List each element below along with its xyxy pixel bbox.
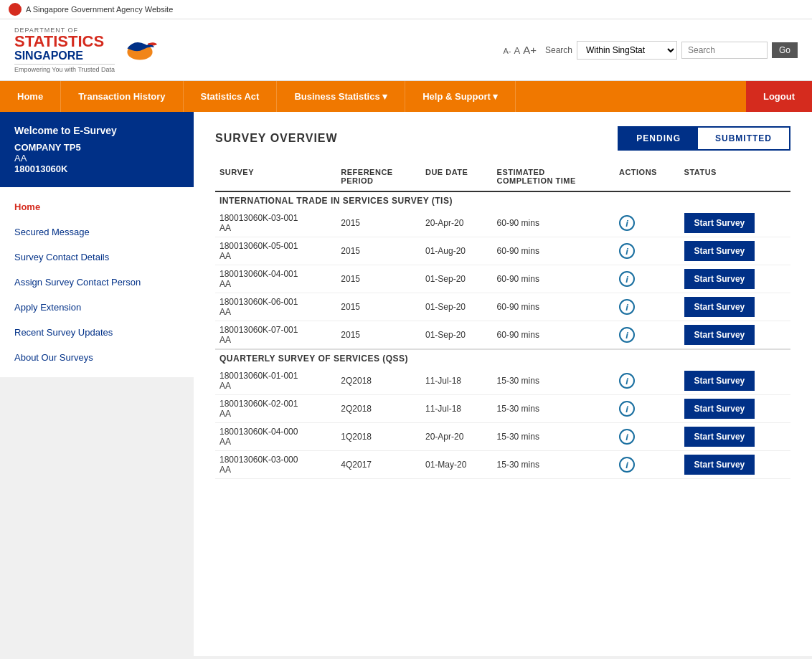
survey-table: SURVEY REFERENCEPERIOD DUE DATE ESTIMATE… <box>215 162 790 479</box>
font-mid[interactable]: A <box>514 45 521 56</box>
survey-due-date: 01-May-20 <box>421 451 493 479</box>
start-survey-button[interactable]: Start Survey <box>684 213 755 233</box>
header-right: A- A A+ Search Within SingStat Go <box>504 41 798 60</box>
sidebar-item-assign-survey-contact[interactable]: Assign Survey Contact Person <box>0 270 194 295</box>
nav-statistics-act[interactable]: Statistics Act <box>184 81 278 112</box>
start-survey-button[interactable]: Start Survey <box>684 325 755 345</box>
info-icon[interactable]: i <box>619 401 635 417</box>
nav-logout[interactable]: Logout <box>746 81 812 112</box>
col-due-date: DUE DATE <box>421 162 493 191</box>
survey-actions: i <box>615 293 680 321</box>
sidebar-item-secured-message[interactable]: Secured Message <box>0 219 194 245</box>
start-survey-button[interactable]: Start Survey <box>684 297 755 317</box>
section-header-qss: QUARTERLY SURVEY OF SERVICES (QSS) <box>215 349 790 367</box>
col-estimated-completion: ESTIMATEDCOMPLETION TIME <box>493 162 615 191</box>
info-icon[interactable]: i <box>619 457 635 473</box>
font-size-controls: A- A A+ <box>504 44 537 56</box>
svg-point-1 <box>146 42 148 44</box>
sidebar-dept-code: AA <box>14 153 179 163</box>
survey-actions: i <box>615 367 680 395</box>
sidebar-item-recent-updates[interactable]: Recent Survey Updates <box>0 320 194 345</box>
tab-buttons: PENDING SUBMITTED <box>618 126 790 151</box>
survey-status: Start Survey <box>680 321 790 350</box>
info-icon[interactable]: i <box>619 271 635 287</box>
survey-ref: 180013060K-02-001AA <box>215 395 336 423</box>
table-row: 180013060K-04-001AA 2015 01-Sep-20 60-90… <box>215 265 790 293</box>
sidebar: Welcome to E-Survey COMPANY TP5 AA 18001… <box>0 112 194 656</box>
survey-est-time: 60-90 mins <box>493 293 615 321</box>
survey-est-time: 15-30 mins <box>493 367 615 395</box>
search-input[interactable] <box>681 42 768 59</box>
info-icon[interactable]: i <box>619 243 635 259</box>
gov-banner: A Singapore Government Agency Website <box>0 0 812 19</box>
survey-period: 2015 <box>336 321 421 350</box>
logo-tagline: Empowering You with Trusted Data <box>14 64 115 73</box>
font-large[interactable]: A+ <box>523 44 537 56</box>
sidebar-item-about-surveys[interactable]: About Our Surveys <box>0 345 194 370</box>
info-icon[interactable]: i <box>619 429 635 445</box>
survey-est-time: 60-90 mins <box>493 237 615 265</box>
survey-actions: i <box>615 423 680 451</box>
start-survey-button[interactable]: Start Survey <box>684 241 755 261</box>
survey-period: 4Q2017 <box>336 451 421 479</box>
survey-overview-title: SURVEY OVERVIEW <box>215 132 338 145</box>
table-row: 180013060K-01-001AA 2Q2018 11-Jul-18 15-… <box>215 367 790 395</box>
start-survey-button[interactable]: Start Survey <box>684 455 755 475</box>
start-survey-button[interactable]: Start Survey <box>684 427 755 447</box>
section-title-tis: INTERNATIONAL TRADE IN SERVICES SURVEY (… <box>215 191 790 209</box>
survey-actions: i <box>615 237 680 265</box>
search-area: Search Within SingStat Go <box>545 41 798 60</box>
survey-status: Start Survey <box>680 265 790 293</box>
sidebar-company: COMPANY TP5 <box>14 142 179 153</box>
section-header-tis: INTERNATIONAL TRADE IN SERVICES SURVEY (… <box>215 191 790 209</box>
survey-actions: i <box>615 265 680 293</box>
survey-due-date: 01-Sep-20 <box>421 321 493 350</box>
survey-ref: 180013060K-03-000AA <box>215 451 336 479</box>
nav-business-statistics[interactable]: Business Statistics ▾ <box>277 81 405 112</box>
tab-pending[interactable]: PENDING <box>619 128 698 149</box>
section-title-qss: QUARTERLY SURVEY OF SERVICES (QSS) <box>215 349 790 367</box>
nav-help-support[interactable]: Help & Support ▾ <box>405 81 516 112</box>
logo-bird <box>122 36 158 65</box>
main-content: SURVEY OVERVIEW PENDING SUBMITTED SURVEY… <box>194 112 812 656</box>
main-nav: Home Transaction History Statistics Act … <box>0 81 812 112</box>
survey-est-time: 60-90 mins <box>493 321 615 350</box>
sidebar-reg-no: 180013060K <box>14 163 179 174</box>
sidebar-item-apply-extension[interactable]: Apply Extension <box>0 295 194 320</box>
table-row: 180013060K-07-001AA 2015 01-Sep-20 60-90… <box>215 321 790 350</box>
info-icon[interactable]: i <box>619 215 635 231</box>
header: DEPARTMENT OF STATISTICS SINGAPORE Empow… <box>0 19 812 81</box>
survey-est-time: 15-30 mins <box>493 423 615 451</box>
survey-period: 2015 <box>336 293 421 321</box>
search-scope-dropdown[interactable]: Within SingStat <box>577 41 677 60</box>
font-small[interactable]: A- <box>504 47 511 55</box>
start-survey-button[interactable]: Start Survey <box>684 399 755 419</box>
survey-status: Start Survey <box>680 367 790 395</box>
sidebar-welcome-title: Welcome to E-Survey <box>14 125 179 136</box>
start-survey-button[interactable]: Start Survey <box>684 371 755 391</box>
survey-est-time: 60-90 mins <box>493 209 615 237</box>
survey-due-date: 20-Apr-20 <box>421 209 493 237</box>
survey-period: 1Q2018 <box>336 423 421 451</box>
nav-transaction-history[interactable]: Transaction History <box>61 81 183 112</box>
logo-stats: STATISTICS <box>14 34 115 49</box>
tab-submitted[interactable]: SUBMITTED <box>698 128 789 149</box>
col-status: STATUS <box>680 162 790 191</box>
info-icon[interactable]: i <box>619 299 635 315</box>
survey-period: 2015 <box>336 209 421 237</box>
logo-singapore: SINGAPORE <box>14 49 115 62</box>
search-label: Search <box>545 45 572 55</box>
survey-period: 2Q2018 <box>336 367 421 395</box>
nav-home[interactable]: Home <box>0 81 61 112</box>
sidebar-welcome: Welcome to E-Survey COMPANY TP5 AA 18001… <box>0 112 194 187</box>
search-go-button[interactable]: Go <box>772 42 798 58</box>
gov-banner-text: A Singapore Government Agency Website <box>26 5 173 14</box>
survey-status: Start Survey <box>680 237 790 265</box>
info-icon[interactable]: i <box>619 327 635 343</box>
info-icon[interactable]: i <box>619 373 635 389</box>
survey-ref: 180013060K-01-001AA <box>215 367 336 395</box>
start-survey-button[interactable]: Start Survey <box>684 269 755 289</box>
sidebar-item-home[interactable]: Home <box>0 194 194 219</box>
survey-ref: 180013060K-06-001AA <box>215 293 336 321</box>
sidebar-item-survey-contact-details[interactable]: Survey Contact Details <box>0 245 194 270</box>
